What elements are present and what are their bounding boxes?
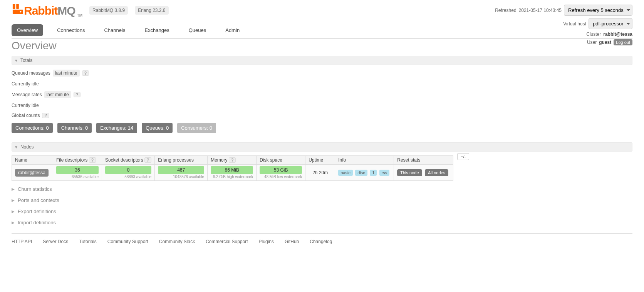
svg-rect-0 [13, 4, 15, 9]
col-mem[interactable]: Memory ? [208, 156, 257, 165]
help-icon[interactable]: ? [229, 157, 236, 163]
col-disk[interactable]: Disk space [257, 156, 305, 165]
reset-cell: This node All nodes [394, 165, 453, 181]
node-link[interactable]: rabbit@tessa [15, 169, 49, 177]
col-ep[interactable]: Erlang processes [155, 156, 208, 165]
tab-overview[interactable]: Overview [12, 24, 43, 36]
cluster-label: Cluster [586, 32, 601, 37]
section-ports-label: Ports and contexts [18, 197, 59, 203]
count-queues[interactable]: Queues: 0 [142, 123, 173, 133]
count-connections[interactable]: Connections: 0 [12, 123, 53, 133]
link-community-support[interactable]: Community Support [107, 239, 148, 244]
link-plugins[interactable]: Plugins [259, 239, 274, 244]
link-tutorials[interactable]: Tutorials [79, 239, 97, 244]
rabbitmq-icon [12, 3, 24, 15]
info-cell: basic disc 1 rss [335, 165, 394, 181]
refresh-select[interactable]: Refresh every 5 seconds [564, 5, 632, 16]
link-github[interactable]: GitHub [285, 239, 299, 244]
refreshed-time: 2021-05-17 10:43:45 [519, 8, 562, 13]
info-basic[interactable]: basic [338, 170, 353, 176]
section-totals-label: Totals [20, 58, 32, 63]
info-rss[interactable]: rss [379, 170, 390, 176]
count-exchanges[interactable]: Exchanges: 14 [96, 123, 137, 133]
uptime-cell: 2h 20m [305, 165, 335, 181]
top-right-panel: Refreshed 2021-05-17 10:43:45 Refresh ev… [495, 5, 632, 48]
logo[interactable]: RabbitMQ TM [12, 3, 82, 17]
section-nodes[interactable]: ▼ Nodes [12, 142, 632, 152]
sd-avail: 58893 available [105, 175, 151, 179]
mem-bar: 86 MiB [211, 166, 253, 174]
section-import[interactable]: ▶ Import definitions [12, 220, 632, 225]
tab-admin[interactable]: Admin [220, 24, 245, 36]
col-fd[interactable]: File descriptors ? [53, 156, 102, 165]
help-icon[interactable]: ? [82, 70, 89, 76]
fd-avail: 65536 available [56, 175, 99, 179]
link-community-slack[interactable]: Community Slack [159, 239, 195, 244]
section-import-label: Import definitions [18, 220, 56, 225]
rates-label: Message rates [12, 92, 42, 97]
erlang-badge: Erlang 23.2.6 [135, 6, 168, 15]
logout-button[interactable]: Log out [614, 39, 632, 45]
section-export[interactable]: ▶ Export definitions [12, 209, 632, 214]
svg-point-4 [20, 11, 21, 12]
chevron-right-icon: ▶ [12, 198, 15, 202]
sd-bar: 0 [105, 166, 151, 174]
help-icon[interactable]: ? [144, 157, 151, 163]
col-sd[interactable]: Socket descriptors ? [102, 156, 155, 165]
last-minute-tag-2[interactable]: last minute [44, 91, 71, 98]
count-channels[interactable]: Channels: 0 [57, 123, 92, 133]
col-name[interactable]: Name [12, 156, 53, 165]
queued-label: Queued messages [12, 70, 50, 76]
col-info[interactable]: Info [335, 156, 394, 165]
nodes-table: Name File descriptors ? Socket descripto… [12, 155, 453, 181]
rates-idle: Currently idle [12, 103, 632, 108]
count-consumers[interactable]: Consumers: 0 [177, 123, 216, 133]
tab-connections[interactable]: Connections [52, 24, 90, 36]
chevron-right-icon: ▶ [12, 209, 15, 214]
queued-idle: Currently idle [12, 81, 632, 87]
tab-channels[interactable]: Channels [99, 24, 131, 36]
link-changelog[interactable]: Changelog [310, 239, 332, 244]
reset-all-button[interactable]: All nodes [425, 169, 448, 176]
chevron-down-icon: ▼ [14, 58, 18, 63]
disk-bar: 53 GiB [260, 166, 302, 174]
section-churn[interactable]: ▶ Churn statistics [12, 186, 632, 192]
help-icon[interactable]: ? [74, 92, 80, 97]
link-http-api[interactable]: HTTP API [12, 239, 32, 244]
mem-note: 6.2 GiB high watermark [211, 175, 253, 179]
section-nodes-label: Nodes [20, 144, 34, 150]
user-label: User [587, 40, 597, 45]
section-churn-label: Churn statistics [18, 186, 52, 192]
tab-exchanges[interactable]: Exchanges [139, 24, 174, 36]
reset-this-button[interactable]: This node [397, 169, 422, 176]
trademark: TM [77, 13, 82, 18]
vhost-label: Virtual host [563, 21, 586, 27]
info-1[interactable]: 1 [370, 170, 377, 176]
help-icon[interactable]: ? [42, 113, 49, 118]
ep-avail: 1048576 available [158, 175, 204, 179]
tab-queues[interactable]: Queues [183, 24, 212, 36]
global-counts: Connections: 0 Channels: 0 Exchanges: 14… [12, 123, 632, 133]
section-export-label: Export definitions [18, 209, 56, 214]
footer-links: HTTP API Server Docs Tutorials Community… [12, 233, 632, 250]
link-server-docs[interactable]: Server Docs [43, 239, 68, 244]
svg-rect-3 [20, 4, 23, 9]
section-ports[interactable]: ▶ Ports and contexts [12, 197, 632, 203]
col-reset[interactable]: Reset stats [394, 156, 453, 165]
chevron-right-icon: ▶ [12, 220, 15, 225]
last-minute-tag[interactable]: last minute [53, 70, 80, 77]
ep-bar: 467 [158, 166, 204, 174]
help-icon[interactable]: ? [89, 157, 96, 163]
vhost-select[interactable]: pdf-processor [589, 18, 632, 29]
disk-note: 48 MiB low watermark [260, 175, 302, 179]
fd-bar: 36 [56, 166, 99, 174]
col-uptime[interactable]: Uptime [305, 156, 335, 165]
refreshed-label: Refreshed [495, 8, 516, 13]
version-badge: RabbitMQ 3.8.9 [89, 6, 128, 15]
info-disc[interactable]: disc [355, 170, 367, 176]
link-commercial[interactable]: Commercial Support [206, 239, 248, 244]
columns-toggle[interactable]: +/- [457, 153, 469, 160]
section-totals[interactable]: ▼ Totals [12, 56, 632, 65]
table-header-row: Name File descriptors ? Socket descripto… [12, 156, 453, 165]
table-row: rabbit@tessa 3665536 available 058893 av… [12, 165, 453, 181]
